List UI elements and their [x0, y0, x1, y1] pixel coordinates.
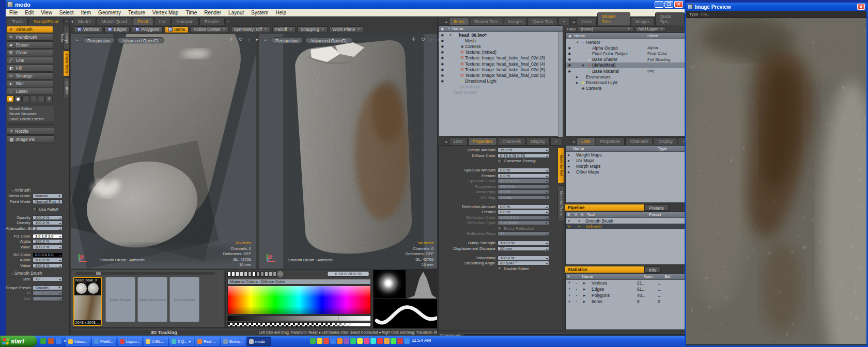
close-button[interactable]: ✕ — [674, 1, 683, 8]
brush-tip-hard-icon[interactable] — [14, 96, 22, 102]
field-fresnel[interactable]: 0.0 %◂▸ — [498, 174, 549, 178]
list-item[interactable]: ▶UV Maps — [566, 157, 689, 163]
stepper-icon[interactable]: ◂▸ — [546, 168, 548, 173]
tray-icon[interactable] — [397, 338, 403, 344]
field-anisotropy[interactable]: 0.0 %◂▸ — [498, 190, 549, 194]
tool-blur[interactable]: ●Blur — [7, 80, 53, 87]
dropdown-falloff[interactable]: Falloff▼ — [272, 26, 296, 33]
vtab-utilities[interactable]: Utilities — [63, 77, 70, 98]
field-reflection-rays[interactable]: 64◂▸ — [498, 231, 549, 236]
stepper-icon[interactable]: ◂▸ — [546, 154, 548, 159]
tool-paintbrush[interactable]: ✎Paintbrush — [7, 34, 53, 41]
taskbar-window-filem-[interactable]: FileM... — [92, 337, 116, 346]
vtab-sculpt-tools[interactable]: Sculpt Tools — [63, 26, 70, 50]
minimize-button[interactable]: _ — [655, 1, 663, 8]
stepper-icon[interactable]: ◂▸ — [59, 221, 61, 226]
color-swatch[interactable] — [252, 272, 256, 277]
tree-row[interactable]: ◉▤Texture: (mixed) — [439, 50, 563, 55]
start-button[interactable]: start — [0, 336, 37, 347]
tray-icon[interactable] — [323, 338, 329, 344]
link-brush-browser[interactable]: Brush Browser — [7, 111, 54, 116]
tool-fill[interactable]: ◧Fill — [7, 65, 53, 72]
field-blend-mode[interactable]: Normal▼ — [33, 194, 63, 198]
expander-icon[interactable]: ▶ — [568, 170, 572, 174]
tree-row[interactable]: ◉◉Camera — [439, 43, 563, 49]
collapse-minus-icon[interactable]: - — [573, 299, 580, 304]
checkbox-blurry-reflection[interactable] — [498, 226, 502, 230]
tree-row[interactable]: ◉▶●(defaultMat) — [566, 62, 689, 68]
visible-dot-icon[interactable]: • — [573, 224, 585, 229]
menu-vertex-map[interactable]: Vertex Map — [149, 9, 182, 16]
taskbar-window-j-el-[interactable]: J:\EL... — [144, 337, 168, 346]
tray-icon[interactable] — [391, 338, 396, 344]
viewport-chip-perspective[interactable]: Perspective — [271, 37, 303, 43]
color-swatch[interactable] — [269, 272, 272, 277]
tree-row[interactable]: ◉▼▦head_06.lwo* — [439, 32, 563, 38]
panel-tab-images[interactable]: Images — [504, 18, 528, 25]
tree-row[interactable]: ◉Camera — [566, 86, 689, 91]
eye-icon[interactable]: ◉ — [566, 46, 573, 50]
tree-row[interactable]: ◉▪Final Color OutputFinal Color — [566, 51, 689, 56]
collapse-minus-icon[interactable]: - — [573, 280, 580, 286]
tray-icon[interactable] — [317, 338, 322, 344]
panel-tab-display[interactable]: Display — [526, 137, 550, 145]
tool-clone[interactable]: ⧉Clone — [7, 49, 53, 56]
field-fresnel[interactable]: 0.0 %◂▸ — [498, 210, 549, 214]
filter-dropdown[interactable]: (none)▼ — [578, 26, 633, 32]
statistics-info-tab[interactable]: Info — [644, 266, 661, 273]
expander-icon[interactable]: ▶ — [582, 64, 586, 67]
dropdown-snapping[interactable]: Snapping▼ — [298, 26, 328, 33]
side-tab-material-ref[interactable]: Material Ref — [557, 147, 564, 183]
expand-plus-icon[interactable]: + — [566, 287, 573, 292]
collapse-minus-icon[interactable]: - — [573, 287, 580, 292]
statistics-row[interactable]: +-▶Items80 — [566, 298, 689, 305]
stepper-icon[interactable]: ◂▸ — [59, 264, 61, 269]
tree-row[interactable]: ◉●Base Material(all) — [566, 68, 689, 74]
tab-model[interactable]: Model — [73, 18, 96, 25]
taskbar-window-inbox-[interactable]: Inbox... — [66, 337, 90, 346]
tray-icon[interactable] — [330, 338, 336, 344]
tab-uv[interactable]: UV — [154, 18, 171, 25]
stepper-icon[interactable]: ◂▸ — [546, 261, 548, 266]
field-out[interactable]: 0.0◂▸ — [33, 296, 63, 301]
tool-lasso[interactable]: ◌Lasso — [7, 88, 53, 95]
panel-tab-channels[interactable]: Channels — [625, 137, 653, 145]
color-swatch[interactable] — [260, 272, 264, 277]
tool-smudge[interactable]: ✑Smudge — [7, 72, 53, 80]
stepper-icon[interactable]: ◂▸ — [546, 241, 548, 246]
preview-type-value[interactable]: Clo... — [701, 12, 710, 17]
link-save-brush-preset[interactable]: Save Brush Preset — [7, 116, 54, 121]
link-brush-editor[interactable]: Brush Editor — [7, 106, 54, 111]
menu-help[interactable]: Help — [272, 9, 290, 16]
tab-tools[interactable]: Tools — [7, 18, 28, 25]
panel-tab-items[interactable]: Items — [449, 18, 469, 25]
expander-icon[interactable]: ▶ — [583, 300, 587, 303]
tab-animate[interactable]: Animate — [172, 18, 199, 25]
stepper-icon[interactable]: ◂▸ — [59, 258, 61, 263]
field-reflection-color[interactable]: 1.0 1.0 1.0◂▸ — [498, 215, 549, 220]
expander-icon[interactable]: ▶ — [576, 75, 580, 78]
stepper-icon[interactable]: ◂▸ — [546, 190, 548, 195]
panel-tab-shader-tree[interactable]: Shader Tree — [470, 18, 503, 25]
color-swatch[interactable] — [244, 272, 247, 277]
panel-tab-quick-tips[interactable]: Quick Tips — [528, 18, 557, 25]
tree-row[interactable]: ▶◆Directional Light — [566, 80, 689, 85]
pipeline-title[interactable]: Pipeline — [565, 204, 644, 211]
field-opacity[interactable]: 100.0 %◂▸ — [33, 215, 63, 220]
color-swatch[interactable] — [273, 272, 276, 277]
field-uv-map[interactable]: (none)▼ — [498, 195, 549, 200]
field-diffuse-amount[interactable]: 15.0 %◂▸ — [498, 148, 549, 152]
eye-icon[interactable]: ◉ — [566, 69, 573, 73]
panel-tab-lists[interactable]: Lists — [449, 137, 467, 145]
stepper-icon[interactable]: ◂▸ — [546, 210, 548, 215]
checkbox-use-falloff[interactable] — [33, 207, 37, 211]
field-size[interactable]: 73◂▸ — [33, 277, 63, 281]
viewport-chip-perspective[interactable]: Perspective — [83, 37, 115, 43]
brush-tip-star-icon[interactable]: ✦ — [30, 96, 37, 102]
stepper-icon[interactable]: ◂▸ — [546, 247, 548, 251]
panel-tab-shader-tree[interactable]: Shader Tree — [597, 12, 630, 25]
field-bump-strength[interactable]: 100.0 %◂▸ — [498, 241, 549, 245]
tray-icon[interactable] — [344, 338, 349, 344]
viewport-chip-advanced-opengl[interactable]: Advanced OpenGL — [305, 37, 352, 43]
panel-tab-quick-tips[interactable]: Quick Tips — [655, 12, 685, 25]
